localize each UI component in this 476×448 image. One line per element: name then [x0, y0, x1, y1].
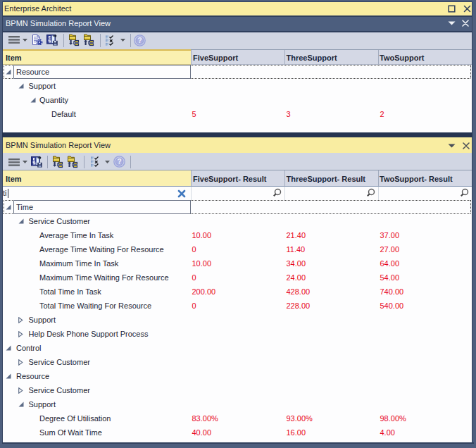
svg-text:?: ?	[137, 37, 142, 44]
svg-text:?: ?	[117, 158, 121, 166]
